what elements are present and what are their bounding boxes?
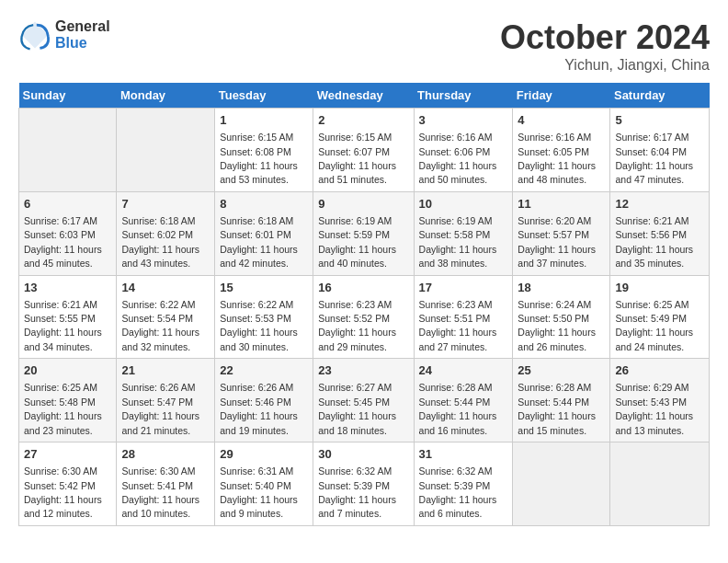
svg-marker-0 xyxy=(22,22,49,49)
calendar-cell: 8Sunrise: 6:18 AM Sunset: 6:01 PM Daylig… xyxy=(215,191,313,275)
calendar-cell: 17Sunrise: 6:23 AM Sunset: 5:51 PM Dayli… xyxy=(414,275,513,359)
week-row-5: 27Sunrise: 6:30 AM Sunset: 5:42 PM Dayli… xyxy=(19,442,710,526)
day-info: Sunrise: 6:18 AM Sunset: 6:02 PM Dayligh… xyxy=(121,215,199,269)
calendar-cell: 4Sunrise: 6:16 AM Sunset: 6:05 PM Daylig… xyxy=(513,109,610,192)
title-block: October 2024 Yichun, Jiangxi, China xyxy=(500,18,710,74)
day-number: 5 xyxy=(615,112,704,129)
day-info: Sunrise: 6:21 AM Sunset: 5:56 PM Dayligh… xyxy=(615,215,693,269)
calendar-cell xyxy=(117,109,215,192)
day-info: Sunrise: 6:22 AM Sunset: 5:53 PM Dayligh… xyxy=(220,299,298,352)
day-number: 16 xyxy=(318,280,408,296)
day-info: Sunrise: 6:15 AM Sunset: 6:07 PM Dayligh… xyxy=(318,132,396,185)
calendar-cell: 25Sunrise: 6:28 AM Sunset: 5:44 PM Dayli… xyxy=(513,359,610,442)
header-day-monday: Monday xyxy=(117,83,215,109)
logo: General Blue xyxy=(18,18,110,52)
day-number: 23 xyxy=(318,362,408,379)
day-info: Sunrise: 6:17 AM Sunset: 6:04 PM Dayligh… xyxy=(615,132,693,185)
day-info: Sunrise: 6:32 AM Sunset: 5:39 PM Dayligh… xyxy=(419,465,497,519)
week-row-1: 1Sunrise: 6:15 AM Sunset: 6:08 PM Daylig… xyxy=(19,109,710,192)
day-number: 4 xyxy=(518,112,605,129)
day-number: 25 xyxy=(518,362,605,379)
day-number: 15 xyxy=(220,280,308,296)
day-info: Sunrise: 6:18 AM Sunset: 6:01 PM Dayligh… xyxy=(220,215,298,269)
calendar-cell: 3Sunrise: 6:16 AM Sunset: 6:06 PM Daylig… xyxy=(414,109,513,192)
header-day-saturday: Saturday xyxy=(610,83,710,109)
logo-general: General xyxy=(55,18,110,35)
calendar-cell: 27Sunrise: 6:30 AM Sunset: 5:42 PM Dayli… xyxy=(19,442,117,526)
calendar-header: SundayMondayTuesdayWednesdayThursdayFrid… xyxy=(19,83,710,109)
calendar-cell: 26Sunrise: 6:29 AM Sunset: 5:43 PM Dayli… xyxy=(610,359,710,442)
day-info: Sunrise: 6:19 AM Sunset: 5:59 PM Dayligh… xyxy=(318,215,396,269)
calendar-cell: 18Sunrise: 6:24 AM Sunset: 5:50 PM Dayli… xyxy=(513,275,610,359)
logo-icon xyxy=(18,18,51,52)
day-info: Sunrise: 6:15 AM Sunset: 6:08 PM Dayligh… xyxy=(220,132,298,185)
calendar-cell xyxy=(513,442,610,526)
header-day-friday: Friday xyxy=(513,83,610,109)
day-number: 10 xyxy=(419,196,508,213)
day-number: 7 xyxy=(121,196,210,213)
header-day-tuesday: Tuesday xyxy=(215,83,313,109)
day-info: Sunrise: 6:30 AM Sunset: 5:42 PM Dayligh… xyxy=(24,465,102,519)
day-number: 20 xyxy=(24,362,111,379)
calendar-cell: 21Sunrise: 6:26 AM Sunset: 5:47 PM Dayli… xyxy=(117,359,215,442)
calendar-cell: 1Sunrise: 6:15 AM Sunset: 6:08 PM Daylig… xyxy=(215,109,313,192)
day-info: Sunrise: 6:32 AM Sunset: 5:39 PM Dayligh… xyxy=(318,465,396,519)
day-number: 11 xyxy=(518,196,605,213)
logo-blue: Blue xyxy=(55,35,110,52)
calendar-cell: 2Sunrise: 6:15 AM Sunset: 6:07 PM Daylig… xyxy=(313,109,414,192)
day-info: Sunrise: 6:26 AM Sunset: 5:47 PM Dayligh… xyxy=(121,382,199,435)
day-info: Sunrise: 6:19 AM Sunset: 5:58 PM Dayligh… xyxy=(419,215,497,269)
calendar-cell: 15Sunrise: 6:22 AM Sunset: 5:53 PM Dayli… xyxy=(215,275,313,359)
calendar-cell: 12Sunrise: 6:21 AM Sunset: 5:56 PM Dayli… xyxy=(610,191,710,275)
day-info: Sunrise: 6:16 AM Sunset: 6:05 PM Dayligh… xyxy=(518,132,596,185)
calendar-cell: 16Sunrise: 6:23 AM Sunset: 5:52 PM Dayli… xyxy=(313,275,414,359)
week-row-2: 6Sunrise: 6:17 AM Sunset: 6:03 PM Daylig… xyxy=(19,191,710,275)
day-info: Sunrise: 6:26 AM Sunset: 5:46 PM Dayligh… xyxy=(220,382,298,435)
day-info: Sunrise: 6:29 AM Sunset: 5:43 PM Dayligh… xyxy=(615,382,693,435)
calendar-title: October 2024 xyxy=(500,18,710,57)
day-info: Sunrise: 6:25 AM Sunset: 5:49 PM Dayligh… xyxy=(615,299,693,352)
day-info: Sunrise: 6:31 AM Sunset: 5:40 PM Dayligh… xyxy=(220,465,298,519)
calendar-cell xyxy=(610,442,710,526)
calendar-cell: 24Sunrise: 6:28 AM Sunset: 5:44 PM Dayli… xyxy=(414,359,513,442)
calendar-cell: 20Sunrise: 6:25 AM Sunset: 5:48 PM Dayli… xyxy=(19,359,117,442)
day-number: 6 xyxy=(24,196,111,213)
day-number: 22 xyxy=(220,362,308,379)
day-number: 26 xyxy=(615,362,704,379)
week-row-3: 13Sunrise: 6:21 AM Sunset: 5:55 PM Dayli… xyxy=(19,275,710,359)
day-info: Sunrise: 6:24 AM Sunset: 5:50 PM Dayligh… xyxy=(518,299,596,352)
calendar-cell: 31Sunrise: 6:32 AM Sunset: 5:39 PM Dayli… xyxy=(414,442,513,526)
day-info: Sunrise: 6:21 AM Sunset: 5:55 PM Dayligh… xyxy=(24,299,102,352)
day-number: 14 xyxy=(121,280,210,296)
day-number: 19 xyxy=(615,280,704,296)
calendar-cell xyxy=(19,109,117,192)
header-day-sunday: Sunday xyxy=(19,83,117,109)
day-info: Sunrise: 6:30 AM Sunset: 5:41 PM Dayligh… xyxy=(121,465,199,519)
day-number: 18 xyxy=(518,280,605,296)
day-number: 27 xyxy=(24,446,111,463)
day-number: 9 xyxy=(318,196,408,213)
calendar-cell: 22Sunrise: 6:26 AM Sunset: 5:46 PM Dayli… xyxy=(215,359,313,442)
header-row: SundayMondayTuesdayWednesdayThursdayFrid… xyxy=(19,83,710,109)
day-number: 13 xyxy=(24,280,111,296)
calendar-table: SundayMondayTuesdayWednesdayThursdayFrid… xyxy=(18,83,710,526)
day-info: Sunrise: 6:16 AM Sunset: 6:06 PM Dayligh… xyxy=(419,132,497,185)
calendar-cell: 13Sunrise: 6:21 AM Sunset: 5:55 PM Dayli… xyxy=(19,275,117,359)
calendar-cell: 9Sunrise: 6:19 AM Sunset: 5:59 PM Daylig… xyxy=(313,191,414,275)
header-day-thursday: Thursday xyxy=(414,83,513,109)
day-number: 21 xyxy=(121,362,210,379)
day-number: 8 xyxy=(220,196,308,213)
week-row-4: 20Sunrise: 6:25 AM Sunset: 5:48 PM Dayli… xyxy=(19,359,710,442)
calendar-cell: 10Sunrise: 6:19 AM Sunset: 5:58 PM Dayli… xyxy=(414,191,513,275)
day-number: 29 xyxy=(220,446,308,463)
calendar-cell: 14Sunrise: 6:22 AM Sunset: 5:54 PM Dayli… xyxy=(117,275,215,359)
page-header: General Blue October 2024 Yichun, Jiangx… xyxy=(18,18,710,74)
day-info: Sunrise: 6:20 AM Sunset: 5:57 PM Dayligh… xyxy=(518,215,596,269)
day-info: Sunrise: 6:27 AM Sunset: 5:45 PM Dayligh… xyxy=(318,382,396,435)
day-number: 30 xyxy=(318,446,408,463)
day-number: 3 xyxy=(419,112,508,129)
day-info: Sunrise: 6:23 AM Sunset: 5:52 PM Dayligh… xyxy=(318,299,396,352)
calendar-cell: 11Sunrise: 6:20 AM Sunset: 5:57 PM Dayli… xyxy=(513,191,610,275)
day-info: Sunrise: 6:22 AM Sunset: 5:54 PM Dayligh… xyxy=(121,299,199,352)
calendar-body: 1Sunrise: 6:15 AM Sunset: 6:08 PM Daylig… xyxy=(19,109,710,526)
